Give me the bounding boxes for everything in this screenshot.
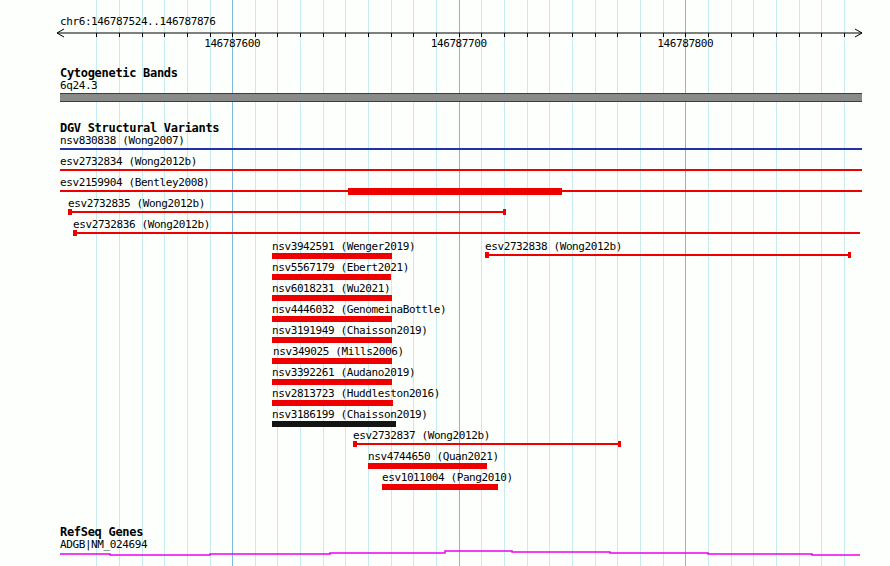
- ruler-tick-label: 146787700: [431, 37, 487, 50]
- ruler-left-arrow-icon: [57, 29, 64, 37]
- gridline: [663, 0, 664, 566]
- ruler-tick: [595, 33, 596, 37]
- variant-label[interactable]: nsv349025 (Mills2006): [273, 345, 404, 358]
- ruler-tick: [142, 33, 143, 37]
- variant-bar[interactable]: [272, 379, 392, 385]
- ruler-tick: [368, 33, 369, 37]
- ruler-tick: [640, 33, 641, 37]
- cytoband-bar[interactable]: [60, 93, 862, 102]
- variant-label[interactable]: esv2732834 (Wong2012b): [60, 155, 197, 168]
- gridline: [255, 0, 256, 566]
- ruler-tick: [753, 33, 754, 37]
- ruler-tick: [300, 33, 301, 37]
- gridline: [572, 0, 573, 566]
- variant-bar[interactable]: [368, 463, 487, 469]
- variant-label[interactable]: esv2732835 (Wong2012b): [68, 197, 205, 210]
- ruler-tick: [844, 33, 845, 37]
- ruler-tick: [96, 33, 97, 37]
- ruler-tick: [617, 33, 618, 37]
- ruler-right-arrow-icon: [855, 29, 862, 37]
- variant-label[interactable]: nsv3186199 (Chaisson2019): [272, 408, 428, 421]
- ruler-tick: [731, 33, 732, 37]
- section-title-cytogenetic: Cytogenetic Bands: [60, 66, 178, 80]
- gridline: [640, 0, 641, 566]
- variant-label[interactable]: esv2732837 (Wong2012b): [353, 429, 490, 442]
- variant-label[interactable]: nsv5567179 (Ebert2021): [272, 261, 409, 274]
- variant-bar[interactable]: [272, 421, 396, 427]
- ruler-tick: [391, 33, 392, 37]
- cytoband-label: 6q24.3: [60, 79, 97, 92]
- variant-cap[interactable]: [848, 252, 851, 258]
- variant-line[interactable]: [73, 232, 860, 234]
- variant-label[interactable]: nsv830838 (Wong2007): [60, 134, 184, 147]
- variant-label[interactable]: nsv2813723 (Huddleston2016): [272, 387, 440, 400]
- ruler-tick: [821, 33, 822, 37]
- variant-bar[interactable]: [272, 274, 391, 280]
- gridline: [844, 0, 845, 566]
- variant-bar[interactable]: [348, 188, 562, 195]
- gridline: [708, 0, 709, 566]
- ruler-tick: [413, 33, 414, 37]
- ruler-tick-label: 146787800: [657, 37, 713, 50]
- ruler-tick: [549, 33, 550, 37]
- section-title-dgv: DGV Structural Variants: [60, 121, 219, 135]
- variant-label[interactable]: nsv3191949 (Chaisson2019): [272, 324, 428, 337]
- variant-cap[interactable]: [503, 209, 506, 215]
- variant-label[interactable]: esv2159904 (Bentley2008): [60, 176, 209, 189]
- gridline: [776, 0, 777, 566]
- gene-label[interactable]: ADGB|NM_024694: [60, 538, 147, 551]
- variant-line[interactable]: [60, 148, 862, 150]
- ruler-tick: [572, 33, 573, 37]
- ruler-tick: [187, 33, 188, 37]
- variant-cap[interactable]: [485, 252, 489, 258]
- ruler-tick: [776, 33, 777, 37]
- variant-bar[interactable]: [272, 400, 393, 406]
- ruler-tick: [323, 33, 324, 37]
- gridline: [164, 0, 165, 566]
- ruler-tick-label: 146787600: [204, 37, 260, 50]
- variant-bar[interactable]: [272, 253, 392, 259]
- gridline: [119, 0, 120, 566]
- variant-cap[interactable]: [73, 230, 77, 236]
- gridline: [549, 0, 550, 566]
- ruler-tick: [345, 33, 346, 37]
- variant-bar[interactable]: [272, 316, 392, 322]
- variant-line[interactable]: [68, 211, 506, 213]
- ruler-tick: [527, 33, 528, 37]
- gridline: [527, 0, 528, 566]
- variant-label[interactable]: esv2732836 (Wong2012b): [73, 218, 210, 231]
- ruler-tick: [504, 33, 505, 37]
- genome-browser-canvas: chr6:146787524..146787876 14678760014678…: [0, 0, 890, 566]
- gridline: [821, 0, 822, 566]
- gridline: [142, 0, 143, 566]
- variant-cap[interactable]: [618, 441, 621, 447]
- gridline: [595, 0, 596, 566]
- ruler-tick: [119, 33, 120, 37]
- gridline: [232, 0, 233, 566]
- gridline: [799, 0, 800, 566]
- gridline: [685, 0, 686, 566]
- region-title: chr6:146787524..146787876: [60, 15, 216, 28]
- variant-label[interactable]: nsv4744650 (Quan2021): [368, 450, 499, 463]
- gridline: [617, 0, 618, 566]
- variant-label[interactable]: esv1011004 (Pang2010): [382, 471, 513, 484]
- variant-bar[interactable]: [272, 358, 392, 364]
- variant-bar[interactable]: [382, 484, 498, 490]
- variant-label[interactable]: nsv3942591 (Wenger2019): [272, 240, 415, 253]
- variant-label[interactable]: nsv4446032 (GenomeinaBottle): [272, 303, 446, 316]
- variant-cap[interactable]: [353, 441, 357, 447]
- variant-bar[interactable]: [272, 337, 392, 343]
- gridline: [731, 0, 732, 566]
- variant-line[interactable]: [60, 169, 862, 171]
- ruler-tick: [164, 33, 165, 37]
- variant-label[interactable]: nsv3392261 (Audano2019): [272, 366, 415, 379]
- variant-line[interactable]: [485, 254, 851, 256]
- variant-label[interactable]: nsv6018231 (Wu2021): [272, 282, 390, 295]
- variant-label[interactable]: esv2732838 (Wong2012b): [485, 240, 622, 253]
- variant-cap[interactable]: [68, 209, 72, 215]
- ruler-tick: [799, 33, 800, 37]
- variant-bar[interactable]: [272, 295, 392, 301]
- ruler-tick: [277, 33, 278, 37]
- variant-line[interactable]: [353, 443, 621, 445]
- gridline: [187, 0, 188, 566]
